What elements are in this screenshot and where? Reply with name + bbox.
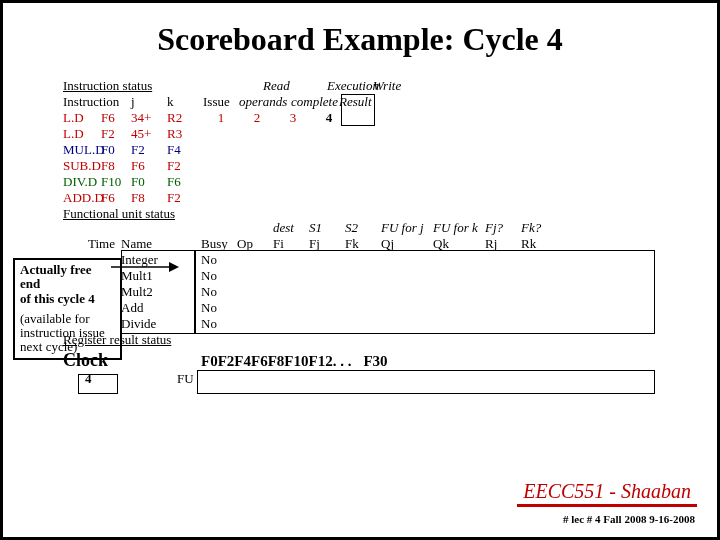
col-read2: operands — [239, 94, 299, 110]
hdr-s2: S2 — [345, 220, 381, 236]
hdr-fuj: FU for j — [381, 220, 433, 236]
col-j: j — [131, 94, 167, 110]
reg-F2: F2 — [218, 353, 235, 369]
note-l5: instruction issue — [20, 326, 115, 340]
box-regvals — [197, 370, 655, 394]
reg-F6: F6 — [251, 353, 268, 369]
reg-. . .: . . . — [333, 353, 352, 369]
box-fu-data — [195, 250, 655, 334]
reg-F4: F4 — [234, 353, 251, 369]
note-l4: (available for — [20, 312, 115, 326]
content-area: Instruction status Read Execution Write … — [63, 78, 697, 387]
reg-F0: F0 — [201, 353, 218, 369]
lecture-footer: # lec # 4 Fall 2008 9-16-2008 — [563, 513, 695, 525]
col-write1: Write — [373, 78, 401, 94]
slide: Scoreboard Example: Cycle 4 Instruction … — [0, 0, 720, 540]
hdr-fjq: Fj? — [485, 220, 521, 236]
instr-row: L.DF634+R21234 — [63, 110, 697, 126]
fu-label: FU — [177, 371, 194, 387]
note-l2: of this cycle 4 — [20, 292, 115, 306]
reg-F10: F10 — [284, 353, 308, 369]
course-footer: EECC551 - Shaaban — [517, 480, 697, 507]
instr-status-hdr: Instruction status — [63, 78, 181, 94]
box-write-4 — [341, 94, 375, 126]
col-issue: Issue — [203, 94, 239, 110]
reg-F12: F12 — [309, 353, 333, 369]
box-clock — [78, 374, 118, 394]
reg-F8: F8 — [268, 353, 285, 369]
reg-row: F0F2F4F6F8F10F12. . .F30 — [201, 353, 388, 370]
col-exec1: Execution — [327, 78, 379, 94]
box-fu-names — [121, 250, 195, 334]
hdr-fkq: Fk? — [521, 220, 557, 236]
col-instr: Instruction — [63, 94, 131, 110]
hdr-fuk: FU for k — [433, 220, 485, 236]
instr-row: L.DF245+R3 — [63, 126, 697, 142]
instr-row: DIV.DF10F0F6 — [63, 174, 697, 190]
slide-title: Scoreboard Example: Cycle 4 — [23, 21, 697, 58]
reg-F30: F30 — [363, 353, 387, 369]
hdr-dest: dest — [273, 220, 309, 236]
instr-row: MUL.DF0F2F4 — [63, 142, 697, 158]
note-l1: Actually free end — [20, 263, 115, 292]
hdr-s1: S1 — [309, 220, 345, 236]
hdr-time: Time — [63, 236, 121, 252]
instr-row: ADD.DF6F8F2 — [63, 190, 697, 206]
note-box: Actually free end of this cycle 4 (avail… — [13, 258, 122, 360]
col-k: k — [167, 94, 203, 110]
instr-row: SUB.DF8F6F2 — [63, 158, 697, 174]
col-read1: Read — [263, 78, 299, 94]
note-l6: next cycle) — [20, 340, 115, 354]
